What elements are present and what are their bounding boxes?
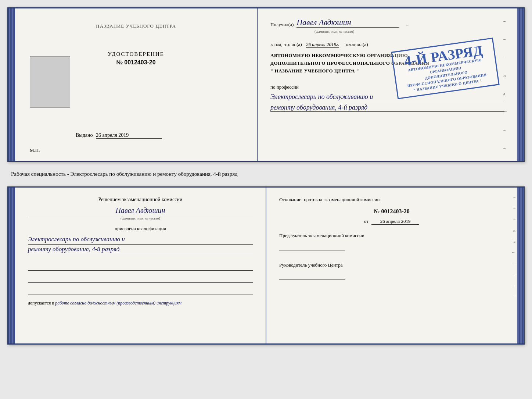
bmark-arr: ← bbox=[511, 250, 515, 254]
qual-line1: Электрослесарь по обслуживанию и bbox=[28, 235, 253, 245]
doc-left-spine bbox=[8, 8, 15, 161]
допускается-text: работе согласно должностным (производств… bbox=[55, 300, 181, 306]
person-name-large: Павел Авдюшин bbox=[28, 206, 253, 215]
commission-title: Решением экзаменационной комиссии bbox=[28, 197, 253, 203]
sig-line1 bbox=[28, 261, 253, 271]
received-label: Получил(а) bbox=[270, 22, 294, 28]
bmark-i: и bbox=[513, 228, 515, 232]
qualification-label: присвоена квалификация bbox=[28, 226, 253, 232]
date-prefix: от bbox=[364, 218, 369, 224]
fio-hint-top: (фамилия, имя, отчество) bbox=[314, 29, 504, 33]
допускается-label: допускается к bbox=[28, 300, 54, 306]
cert-number: № 0012403-20 bbox=[116, 59, 155, 66]
issued-line: Выдано 26 апреля 2019 bbox=[76, 132, 242, 139]
doc-right-edge-bottom bbox=[517, 188, 524, 343]
bmark8: – bbox=[514, 272, 516, 277]
bmark10: – bbox=[514, 294, 516, 299]
mp-label: М.П. bbox=[30, 147, 40, 153]
right-side-marks-bottom: – – – и а ← – – – – bbox=[510, 195, 515, 336]
right-dashes: – – – и а ← – – bbox=[503, 8, 508, 161]
recipient-dash: – bbox=[406, 22, 409, 28]
mark-i: и bbox=[503, 73, 508, 78]
bmark1: – bbox=[514, 195, 516, 199]
top-left-page: НАЗВАНИЕ УЧЕБНОГО ЦЕНТРА УДОСТОВЕРЕНИЕ №… bbox=[15, 8, 258, 161]
left-page-title: НАЗВАНИЕ УЧЕБНОГО ЦЕНТРА bbox=[96, 23, 176, 29]
qual-line2: ремонту оборудования, 4-й разряд bbox=[28, 245, 253, 254]
fio-hint-bottom: (фамилия, имя, отчество) bbox=[28, 216, 253, 220]
mark-arrow: ← bbox=[503, 109, 508, 114]
completion-date: 26 апреля 2019г. bbox=[306, 42, 339, 48]
finished-label: окончил(а) bbox=[346, 42, 368, 47]
cert-type-label: УДОСТОВЕРЕНИЕ bbox=[108, 51, 164, 57]
separator-text: Рабочая специальность - Электрослесарь п… bbox=[7, 168, 525, 180]
top-right-page: Получил(а) Павел Авдюшин – (фамилия, имя… bbox=[258, 8, 517, 161]
bmark7: – bbox=[514, 261, 516, 266]
recipient-name: Павел Авдюшин bbox=[296, 18, 399, 28]
profession-text-line2: ремонту оборудования, 4-й разряд bbox=[270, 104, 504, 112]
bmark2: – bbox=[514, 206, 516, 210]
sig-line2 bbox=[28, 274, 253, 283]
chairman-label: Председатель экзаменационной комиссии bbox=[279, 232, 504, 250]
chairman-sig-line bbox=[279, 241, 345, 250]
bmark3: – bbox=[514, 217, 516, 221]
page-wrapper: НАЗВАНИЕ УЧЕБНОГО ЦЕНТРА УДОСТОВЕРЕНИЕ №… bbox=[7, 7, 525, 345]
photo-placeholder bbox=[30, 56, 70, 108]
doc-right-edge-top bbox=[517, 8, 524, 161]
top-document: НАЗВАНИЕ УЧЕБНОГО ЦЕНТРА УДОСТОВЕРЕНИЕ №… bbox=[7, 7, 525, 162]
protocol-number: № 0012403-20 bbox=[279, 208, 504, 215]
dash1: – bbox=[503, 18, 508, 24]
bottom-left-page: Решением экзаменационной комиссии Павел … bbox=[15, 188, 266, 343]
sig-line3 bbox=[28, 286, 253, 295]
bmark9: – bbox=[514, 283, 516, 288]
recipient-line: Получил(а) Павел Авдюшин – bbox=[270, 18, 504, 28]
signature-lines bbox=[28, 261, 253, 295]
bmark-a: а bbox=[514, 239, 515, 243]
dash2: – bbox=[503, 36, 508, 42]
director-sig-line bbox=[279, 270, 345, 279]
protocol-date: от 26 апреля 2019 bbox=[279, 218, 504, 225]
bottom-right-page: Основание: протокол экзаменационной коми… bbox=[266, 188, 517, 343]
dash3: – bbox=[503, 55, 508, 60]
issued-date: 26 апреля 2019 bbox=[96, 132, 162, 139]
org-stamp-area: АВТОНОМНУЮ НЕКОММЕРЧЕСКУЮ ОРГАНИЗАЦИЮ ДО… bbox=[270, 52, 504, 75]
dash8: – bbox=[503, 145, 508, 151]
issued-label: Выдано bbox=[76, 132, 93, 138]
допускается-line: допускается к работе согласно должностны… bbox=[28, 300, 253, 306]
director-label: Руководитель учебного Центра bbox=[279, 261, 504, 280]
dash7: – bbox=[503, 127, 508, 133]
osnov-title: Основание: протокол экзаменационной коми… bbox=[279, 197, 504, 203]
cert-middle-area: УДОСТОВЕРЕНИЕ № 0012403-20 bbox=[108, 51, 164, 66]
profession-text-line1: Электрослесарь по обслуживанию и bbox=[270, 92, 504, 102]
protocol-date-val: 26 апреля 2019 bbox=[371, 218, 419, 225]
doc-bottom-spine bbox=[8, 188, 15, 343]
bottom-document: Решением экзаменационной комиссии Павел … bbox=[7, 186, 525, 345]
in-that-label: в том, что он(а) bbox=[270, 42, 302, 47]
qualification-text: Электрослесарь по обслуживанию и ремонту… bbox=[28, 235, 253, 254]
mark-a: а bbox=[503, 91, 508, 96]
